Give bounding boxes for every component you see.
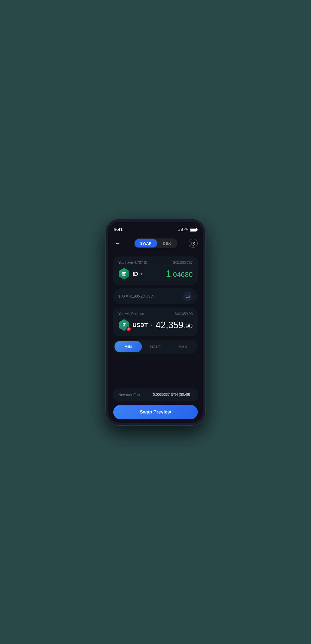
from-chevron-icon: ▾: [141, 272, 142, 276]
back-arrow-icon: ←: [115, 240, 120, 246]
nav-bar: ← SWAP DEX: [108, 235, 203, 251]
from-amount-decimal: .04680: [171, 271, 193, 278]
max-button[interactable]: MAX: [169, 341, 197, 352]
to-usd-value: $42,359.90: [175, 312, 193, 316]
back-button[interactable]: ←: [113, 239, 122, 248]
from-amount-whole: 1: [166, 269, 171, 279]
swap-preview-button[interactable]: Swap Preview: [113, 405, 198, 419]
history-button[interactable]: [189, 239, 198, 248]
to-section: You will Receive $42,359.90 ₮ OP USDT ▾ …: [113, 308, 198, 336]
swap-tab[interactable]: SWAP: [135, 239, 157, 247]
spacer: [108, 357, 203, 388]
to-token-row: ₮ OP USDT ▾ 42,359.90: [118, 319, 193, 331]
status-time: 9:41: [114, 227, 123, 232]
to-section-meta: You will Receive $42,359.90: [118, 312, 193, 316]
half-button[interactable]: HALF: [142, 341, 169, 352]
network-fee-card[interactable]: Network Fee 0.0035337 ETH ($0.46) ›: [113, 388, 198, 401]
network-fee-amount: 0.0035337 ETH ($0.46): [153, 392, 190, 397]
phone-frame: 9:41 ← SWAP DEX: [106, 219, 205, 425]
signal-icon: [178, 228, 183, 231]
dex-tab[interactable]: DEX: [157, 239, 176, 247]
to-token-selector[interactable]: ₮ OP USDT ▾: [118, 319, 152, 331]
exchange-rate-row: 1 ID = 41,986.23 USDT: [113, 288, 198, 304]
main-content: You have 4.737 ID $42,360.737: [108, 251, 203, 357]
from-usd-value: $42,360.737: [173, 260, 193, 265]
network-fee-label: Network Fee: [118, 392, 140, 397]
status-icons: [178, 228, 197, 232]
network-fee-chevron-icon: ›: [192, 393, 193, 397]
op-badge: OP: [126, 327, 131, 332]
to-amount-whole: 42,359: [156, 320, 184, 330]
usdt-token-icon: ₮ OP: [118, 319, 130, 331]
id-token-icon: [118, 268, 130, 280]
wifi-icon: [184, 228, 188, 232]
svg-rect-0: [122, 272, 126, 275]
notch: [140, 222, 172, 231]
svg-point-1: [123, 273, 124, 274]
to-chevron-icon: ▾: [150, 323, 152, 327]
content-wrapper: You have 4.737 ID $42,360.737: [108, 251, 203, 425]
rate-text: 1 ID = 41,986.23 USDT: [118, 294, 180, 298]
swap-direction-button[interactable]: [183, 291, 193, 301]
bottom-section: Network Fee 0.0035337 ETH ($0.46) › Swap…: [108, 388, 203, 425]
from-section-meta: You have 4.737 ID $42,360.737: [118, 260, 193, 265]
to-amount-decimal: .90: [184, 322, 193, 330]
from-token-row: ID ▾ 1.04680: [118, 268, 193, 280]
to-token-name: USDT: [133, 322, 148, 328]
battery-icon: [190, 228, 197, 232]
to-label: You will Receive: [118, 312, 144, 316]
min-button[interactable]: MIN: [114, 341, 142, 352]
to-amount: 42,359.90: [156, 320, 193, 331]
from-section: You have 4.737 ID $42,360.737: [113, 256, 198, 285]
nav-tabs: SWAP DEX: [134, 238, 177, 248]
network-fee-value: 0.0035337 ETH ($0.46) ›: [153, 392, 193, 397]
from-label: You have 4.737 ID: [118, 260, 148, 265]
swap-arrows-icon: [186, 294, 190, 299]
from-amount[interactable]: 1.04680: [166, 269, 193, 279]
from-token-selector[interactable]: ID ▾: [118, 268, 142, 280]
amount-buttons: MIN HALF MAX: [113, 340, 198, 354]
history-icon: [191, 241, 195, 245]
from-token-name: ID: [133, 271, 138, 277]
id-icon-graphic: [121, 271, 127, 277]
